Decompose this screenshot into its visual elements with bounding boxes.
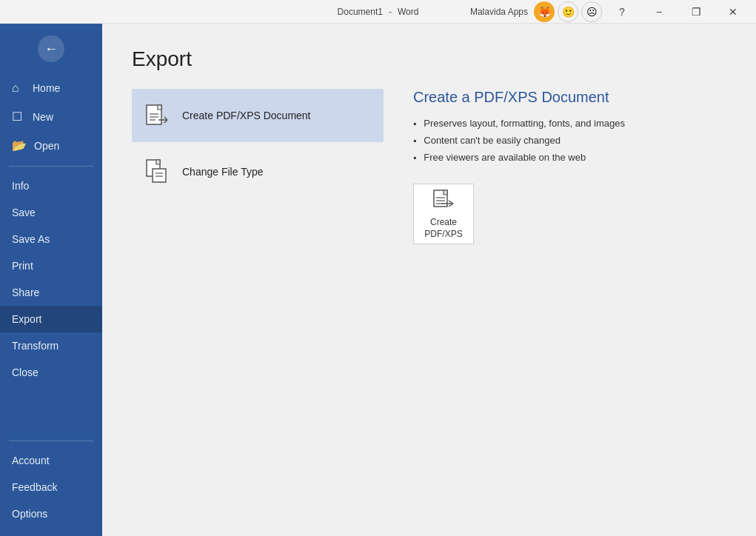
create-label-line1: Create xyxy=(430,217,457,227)
sidebar-divider-1 xyxy=(9,166,93,167)
minimize-button[interactable]: − xyxy=(642,0,676,24)
change-file-type-icon xyxy=(144,158,170,185)
sidebar-account-label: Account xyxy=(12,455,50,466)
sidebar-item-info[interactable]: Info xyxy=(0,172,102,199)
emoji-happy-btn[interactable]: 🙂 xyxy=(558,1,578,22)
home-icon: ⌂ xyxy=(12,81,25,95)
feature-list: Preserves layout, formatting, fonts, and… xyxy=(413,118,697,163)
sidebar-info-label: Info xyxy=(12,180,29,192)
create-label-line2: PDF/XPS xyxy=(424,229,462,239)
sidebar-item-account[interactable]: Account xyxy=(0,447,102,474)
profile-area: Malavida Apps 🦊 xyxy=(470,1,555,22)
close-button[interactable]: ✕ xyxy=(716,0,750,24)
sidebar-item-options[interactable]: Options xyxy=(0,500,102,527)
create-pdf-icon xyxy=(144,102,170,129)
sidebar-item-save-as[interactable]: Save As xyxy=(0,226,102,252)
sidebar-export-label: Export xyxy=(12,313,41,325)
bullet-text-2: Content can't be easily changed xyxy=(424,135,561,146)
export-right-panel: Create a PDF/XPS Document Preserves layo… xyxy=(384,89,726,244)
sidebar-home-label: Home xyxy=(33,82,60,94)
sidebar-item-close[interactable]: Close xyxy=(0,359,102,386)
change-file-type-option[interactable]: Change File Type xyxy=(132,145,384,198)
help-button[interactable]: ? xyxy=(605,0,639,24)
sidebar-item-open[interactable]: 📂 Open xyxy=(0,131,102,160)
panel-title: Create a PDF/XPS Document xyxy=(413,89,697,106)
sidebar-options-label: Options xyxy=(12,508,47,520)
create-btn-text: Create PDF/XPS xyxy=(424,217,462,240)
bullet-item-1: Preserves layout, formatting, fonts, and… xyxy=(413,118,697,129)
change-file-type-label: Change File Type xyxy=(182,166,263,178)
sidebar-item-save[interactable]: Save xyxy=(0,199,102,226)
bullet-item-2: Content can't be easily changed xyxy=(413,135,697,146)
sidebar-new-label: New xyxy=(33,111,53,123)
sidebar-share-label: Share xyxy=(12,287,39,298)
sidebar-open-label: Open xyxy=(34,140,59,152)
create-pdf-btn-icon xyxy=(432,187,455,212)
titlebar: Document1 - Word Malavida Apps 🦊 🙂 ☹ ? −… xyxy=(0,0,756,24)
app-name: Word xyxy=(398,7,418,17)
sidebar-item-share[interactable]: Share xyxy=(0,279,102,306)
sidebar-close-label: Close xyxy=(12,366,39,378)
titlebar-separator: - xyxy=(389,7,392,17)
svg-rect-8 xyxy=(153,169,166,182)
open-icon: 📂 xyxy=(12,138,27,153)
new-icon: ☐ xyxy=(12,110,25,124)
sidebar-bottom: Account Feedback Options xyxy=(0,435,102,536)
back-icon: ← xyxy=(44,41,58,57)
sidebar-save-label: Save xyxy=(12,207,36,218)
sidebar-item-feedback[interactable]: Feedback xyxy=(0,474,102,500)
emoji-sad-btn[interactable]: ☹ xyxy=(581,1,602,22)
page-title: Export xyxy=(132,47,726,71)
app-container: ← ⌂ Home ☐ New 📂 Open Info Save Save As … xyxy=(0,24,756,536)
sidebar: ← ⌂ Home ☐ New 📂 Open Info Save Save As … xyxy=(0,24,102,536)
titlebar-center: Document1 - Word xyxy=(338,7,419,17)
main-content: Export xyxy=(102,24,756,536)
sidebar-transform-label: Transform xyxy=(12,340,58,352)
sidebar-item-new[interactable]: ☐ New xyxy=(0,102,102,131)
back-button[interactable]: ← xyxy=(38,36,64,62)
sidebar-divider-2 xyxy=(9,440,93,441)
sidebar-item-home[interactable]: ⌂ Home xyxy=(0,74,102,102)
sidebar-item-export[interactable]: Export xyxy=(0,306,102,332)
sidebar-item-print[interactable]: Print xyxy=(0,252,102,279)
sidebar-item-transform[interactable]: Transform xyxy=(0,332,102,359)
profile-badge[interactable]: 🦊 xyxy=(534,1,555,22)
bullet-text-1: Preserves layout, formatting, fonts, and… xyxy=(424,118,625,129)
titlebar-right: Malavida Apps 🦊 🙂 ☹ ? − ❐ ✕ xyxy=(470,0,750,24)
bullet-text-3: Free viewers are available on the web xyxy=(424,152,586,163)
sidebar-feedback-label: Feedback xyxy=(12,481,57,493)
create-pdf-option[interactable]: Create PDF/XPS Document xyxy=(132,89,384,142)
profile-label: Malavida Apps xyxy=(470,7,528,17)
document-name: Document1 xyxy=(338,7,383,17)
create-pdf-button[interactable]: Create PDF/XPS xyxy=(413,184,474,244)
sidebar-save-as-label: Save As xyxy=(12,233,50,245)
create-pdf-label: Create PDF/XPS Document xyxy=(182,110,311,121)
restore-button[interactable]: ❐ xyxy=(679,0,713,24)
sidebar-print-label: Print xyxy=(12,260,33,272)
export-options: Create PDF/XPS Document Change File Type xyxy=(132,89,726,244)
bullet-item-3: Free viewers are available on the web xyxy=(413,152,697,163)
export-options-list: Create PDF/XPS Document Change File Type xyxy=(132,89,384,244)
